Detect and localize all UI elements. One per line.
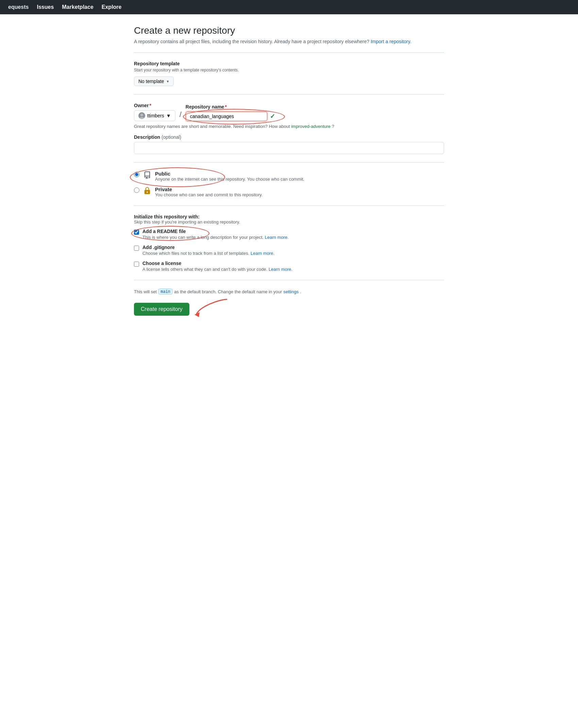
svg-point-1	[139, 117, 144, 119]
nav-explore[interactable]: Explore	[102, 4, 122, 10]
divider-1	[134, 52, 444, 53]
divider-3	[134, 162, 444, 163]
owner-field-group: Owner* ttimbers ▼	[134, 103, 175, 121]
owner-label: Owner*	[134, 103, 175, 108]
repo-name-input[interactable]	[186, 112, 267, 121]
template-section-desc: Start your repository with a template re…	[134, 68, 444, 72]
create-repository-button[interactable]: Create repository	[134, 303, 189, 316]
owner-name: ttimbers	[147, 113, 164, 118]
name-suggestion: Great repository names are short and mem…	[134, 124, 444, 129]
license-text-block: Choose a license A license tells others …	[142, 261, 292, 272]
gitignore-checkbox[interactable]	[134, 246, 139, 251]
description-input[interactable]	[134, 142, 444, 154]
private-text-block: Private You choose who can see and commi…	[155, 186, 263, 197]
init-section-desc: Skip this step if you're importing an ex…	[134, 219, 444, 225]
private-radio[interactable]	[134, 187, 139, 193]
private-lock-icon	[143, 187, 151, 197]
divider-4	[134, 205, 444, 206]
description-optional-label: (optional)	[162, 134, 181, 140]
readme-text-block: Add a README file This is where you can …	[142, 229, 289, 240]
readme-title: Add a README file	[142, 229, 289, 234]
gitignore-title: Add .gitignore	[142, 245, 274, 250]
page-subtitle: A repository contains all project files,…	[134, 39, 444, 44]
public-title: Public	[155, 171, 304, 177]
settings-link[interactable]: settings	[283, 289, 299, 294]
public-text-block: Public Anyone on the internet can see th…	[155, 171, 304, 182]
public-repo-icon	[143, 171, 151, 181]
description-label: Description (optional)	[134, 134, 444, 140]
license-learn-more-link[interactable]: Learn more.	[269, 267, 292, 272]
public-radio[interactable]	[134, 172, 139, 177]
repo-name-label: Repository name*	[186, 104, 275, 110]
slash-separator: /	[178, 110, 183, 119]
license-title: Choose a license	[142, 261, 292, 266]
private-desc: You choose who can see and commit to thi…	[155, 192, 263, 197]
gitignore-option: Add .gitignore Choose which files not to…	[134, 245, 444, 256]
page-title: Create a new repository	[134, 25, 444, 36]
license-option: Choose a license A license tells others …	[134, 261, 444, 272]
default-branch-line: This will set main as the default branch…	[134, 288, 444, 295]
owner-required-mark: *	[150, 103, 151, 108]
repo-name-field-group: Repository name* ✓	[186, 104, 275, 121]
repo-name-required-mark: *	[225, 104, 226, 110]
license-checkbox[interactable]	[134, 262, 139, 267]
nav-issues[interactable]: Issues	[37, 4, 54, 10]
svg-marker-2	[194, 312, 200, 317]
create-button-area: Create repository	[134, 303, 189, 316]
main-content: Create a new repository A repository con…	[126, 14, 452, 336]
divider-2	[134, 94, 444, 95]
description-section: Description (optional)	[134, 134, 444, 154]
readme-option: Add a README file This is where you can …	[134, 229, 444, 240]
public-option: Public Anyone on the internet can see th…	[134, 171, 444, 182]
owner-avatar	[138, 112, 145, 119]
visibility-options: Public Anyone on the internet can see th…	[134, 171, 444, 197]
owner-select-button[interactable]: ttimbers ▼	[134, 110, 175, 121]
template-section: Repository template Start your repositor…	[134, 61, 444, 86]
owner-chevron-icon: ▼	[166, 113, 171, 118]
divider-5	[134, 280, 444, 280]
license-desc: A license tells others what they can and…	[142, 267, 292, 272]
readme-desc: This is where you can write a long descr…	[142, 235, 289, 240]
svg-point-0	[140, 114, 143, 116]
readme-checkbox[interactable]	[134, 230, 139, 235]
gitignore-desc: Choose which files not to track from a l…	[142, 251, 274, 256]
template-dropdown-value: No template	[138, 79, 164, 84]
import-repository-link[interactable]: Import a repository.	[371, 39, 411, 44]
navbar: equests Issues Marketplace Explore	[0, 0, 578, 14]
nav-pull-requests[interactable]: equests	[8, 4, 29, 10]
private-option: Private You choose who can see and commi…	[134, 186, 444, 197]
name-suggestion-link[interactable]: improved-adventure	[291, 124, 330, 129]
gitignore-learn-more-link[interactable]: Learn more.	[251, 251, 274, 256]
branch-name-badge: main	[158, 288, 173, 295]
init-section: Initialize this repository with: Skip th…	[134, 214, 444, 272]
template-dropdown-button[interactable]: No template ▼	[134, 77, 174, 86]
private-title: Private	[155, 186, 263, 192]
init-section-title: Initialize this repository with:	[134, 214, 444, 219]
repo-name-valid-icon: ✓	[270, 113, 275, 120]
nav-marketplace[interactable]: Marketplace	[62, 4, 94, 10]
chevron-down-icon: ▼	[166, 80, 169, 83]
owner-repo-row: Owner* ttimbers ▼ / Repository name*	[134, 103, 444, 121]
arrow-annotation	[193, 296, 230, 321]
template-section-label: Repository template	[134, 61, 444, 66]
readme-learn-more-link[interactable]: Learn more.	[265, 235, 289, 240]
gitignore-text-block: Add .gitignore Choose which files not to…	[142, 245, 274, 256]
repo-name-wrapper: ✓	[186, 112, 275, 121]
public-desc: Anyone on the internet can see this repo…	[155, 177, 304, 182]
